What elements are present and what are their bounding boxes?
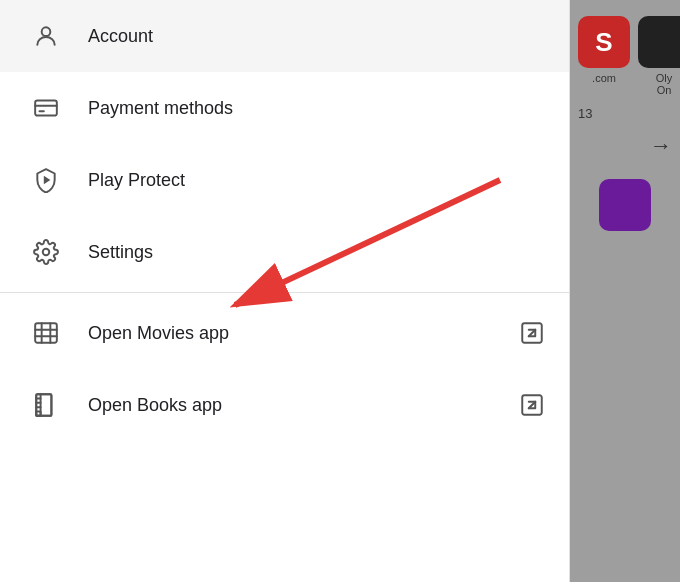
svg-point-0 xyxy=(42,27,51,36)
movies-icon xyxy=(24,320,68,346)
books-icon xyxy=(24,392,68,418)
svg-rect-14 xyxy=(36,394,51,416)
books-label: Open Books app xyxy=(88,395,519,416)
shield-play-icon xyxy=(24,167,68,193)
app-icon-red[interactable]: S xyxy=(578,16,630,68)
sidebar-item-movies[interactable]: Open Movies app xyxy=(0,297,569,369)
app-icon-purple[interactable] xyxy=(599,179,651,231)
svg-rect-1 xyxy=(35,100,57,115)
settings-label: Settings xyxy=(88,242,545,263)
payment-icon xyxy=(24,95,68,121)
account-label: Account xyxy=(88,26,545,47)
svg-rect-15 xyxy=(36,394,51,416)
payment-label: Payment methods xyxy=(88,98,545,119)
svg-marker-4 xyxy=(44,176,51,185)
right-panel: S .com OlyOn 13 → xyxy=(570,0,680,582)
movies-label: Open Movies app xyxy=(88,323,519,344)
movies-external-icon xyxy=(519,320,545,346)
app-label-oly: OlyOn xyxy=(656,72,673,96)
menu-panel: Account Payment methods Play Protect xyxy=(0,0,570,582)
sidebar-item-account[interactable]: Account xyxy=(0,0,569,72)
account-icon xyxy=(24,23,68,49)
sidebar-item-settings[interactable]: Settings xyxy=(0,216,569,288)
app-count: 13 xyxy=(578,106,672,121)
menu-divider xyxy=(0,292,569,293)
app-icon-dark[interactable] xyxy=(638,16,680,68)
app-label-com: .com xyxy=(592,72,616,84)
gear-icon xyxy=(24,239,68,265)
sidebar-item-protect[interactable]: Play Protect xyxy=(0,144,569,216)
books-external-icon xyxy=(519,392,545,418)
svg-rect-6 xyxy=(35,323,57,343)
right-arrow-icon[interactable]: → xyxy=(650,133,672,159)
right-arrow-row: → xyxy=(578,129,672,163)
svg-point-5 xyxy=(43,249,50,256)
svg-rect-16 xyxy=(36,412,40,416)
protect-label: Play Protect xyxy=(88,170,545,191)
sidebar-item-payment[interactable]: Payment methods xyxy=(0,72,569,144)
sidebar-item-books[interactable]: Open Books app xyxy=(0,369,569,441)
